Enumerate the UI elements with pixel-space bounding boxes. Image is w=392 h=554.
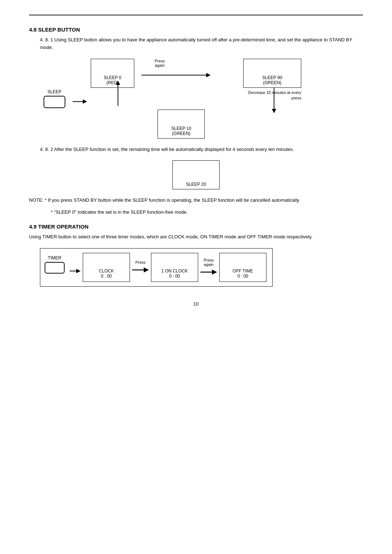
sleep20-label: SLEEP 20 [186,182,206,187]
svg-marker-7 [116,81,120,85]
arrow1 [73,96,87,108]
svg-marker-5 [272,109,276,113]
svg-marker-9 [76,269,81,273]
on-clock-value: 0 : 00 [169,274,180,279]
section-49-para1: Using TIMER button to select one of thre… [29,233,363,241]
arrow-sleep10-up [113,81,123,110]
on-clock-label: 1 ON CLOCK [162,268,188,274]
section-48-para1: 4. 8. 1 Using SLEEP button allows you to… [40,36,363,52]
sleep20-box: SLEEP 20 [172,160,220,189]
clock-box: CLOCK 0 : 00 [83,253,130,282]
big-arrow1 [132,265,149,275]
svg-marker-11 [144,267,149,272]
press-again-label: Press again [204,258,214,267]
timer-outer-box: TIMER CLOCK 0 : 00 Press [40,248,273,287]
sleep-button-col: SLEEP [44,89,65,108]
timer-button-shape [45,262,65,274]
off-time-value: 0 : 00 [237,274,248,279]
arrow1-svg [73,96,87,107]
sleep10-box: SLEEP 10 (GREEN) [158,110,205,139]
sleep20-wrapper: SLEEP 20 [29,160,363,189]
arrow-sleep0-sleep90 [142,70,214,81]
section-48-para2: 4. 8. 2 After the SLEEP function is set,… [40,146,363,153]
sleep-button-shape [44,96,65,108]
section-48-title: 4.8 SLEEP BUTTON [29,26,363,33]
press-again-col: Press again [200,258,217,277]
on-clock-box: 1 ON CLOCK 0 : 00 [151,253,198,282]
page-number: 10 [29,301,363,307]
sleep90-label: SLEEP 90 [244,75,301,80]
off-time-label: OFF TIME [233,268,253,274]
timer-diagram-wrapper: TIMER CLOCK 0 : 00 Press [40,248,363,287]
sleep-diagram: SLEEP SLEEP 0 (RED) Press again [44,59,363,139]
section-49-title: 4.9 TIMER OPERATION [29,223,363,230]
top-border [29,15,363,16]
sleep10-label: SLEEP 10 [158,126,204,131]
note2: * "SLEEP 0" indicates the set is in the … [51,209,363,216]
sleep-cycle-area: SLEEP 0 (RED) Press again SLEEP 90 (GREE… [91,59,301,139]
timer-label: TIMER [48,255,61,260]
sleep10-color: (GREEN) [158,131,204,136]
clock-label: CLOCK [99,268,114,274]
press-label: Press [135,260,146,264]
arrow-sleep90-down [269,88,279,117]
timer-button-col: TIMER [45,255,65,274]
sleep90-box: SLEEP 90 (GREEN) [243,59,301,88]
svg-marker-1 [83,99,87,104]
press-again-label: Press again [145,59,174,67]
big-arrow2 [200,267,217,277]
note1: NOTE: * If you press STAND BY button whi… [29,197,363,204]
sleep90-color: (GREEN) [244,80,301,85]
svg-marker-3 [206,73,211,77]
arrow-timer-clock [70,267,81,276]
sleep-label: SLEEP [48,89,62,94]
sleep0-label: SLEEP 0 [91,75,134,80]
off-time-box: OFF TIME 0 : 00 [219,253,266,282]
press-col: Press [132,260,149,275]
clock-value: 0 : 00 [101,274,112,279]
svg-marker-13 [212,270,217,275]
